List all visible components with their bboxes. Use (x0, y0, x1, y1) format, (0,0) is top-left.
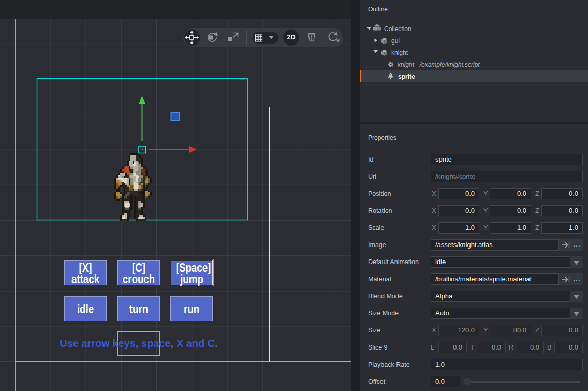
svg-text:...: ... (573, 240, 581, 248)
svg-text:...: ... (573, 274, 581, 282)
